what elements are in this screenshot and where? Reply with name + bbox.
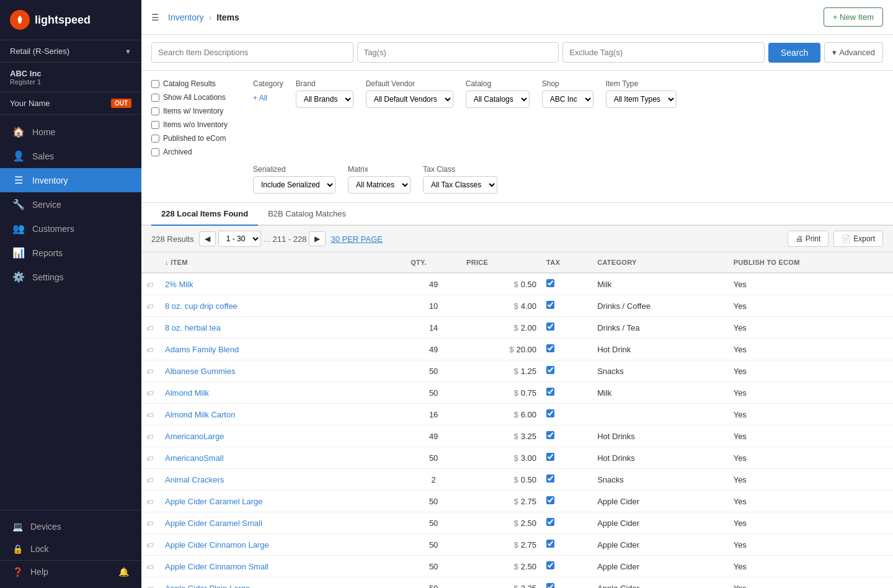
item-name-link[interactable]: 2% Milk xyxy=(165,280,193,289)
item-name-link[interactable]: Animal Crackers xyxy=(165,475,224,484)
tag-icon: 🏷 xyxy=(146,303,153,310)
item-tax[interactable] xyxy=(541,512,592,534)
sidebar-item-home[interactable]: 🏠 Home xyxy=(0,120,141,144)
price-value: 1.25 xyxy=(521,367,536,376)
item-name-link[interactable]: AmericanoLarge xyxy=(165,432,224,441)
brand-select[interactable]: All Brands xyxy=(296,91,353,108)
item-tax[interactable] xyxy=(541,273,592,295)
search-button[interactable]: Search xyxy=(768,43,820,63)
export-button[interactable]: 📄 Export xyxy=(833,231,883,247)
catalog-select[interactable]: All Catalogs xyxy=(466,91,530,108)
sidebar-item-inventory[interactable]: ☰ Inventory xyxy=(0,168,141,192)
logo-area[interactable]: lightspeed xyxy=(0,0,141,40)
item-tax[interactable] xyxy=(541,382,592,404)
item-tax[interactable] xyxy=(541,534,592,556)
item-tax[interactable] xyxy=(541,469,592,491)
item-name-link[interactable]: Almond Milk xyxy=(165,388,209,398)
tax-checkbox[interactable] xyxy=(546,453,554,461)
tax-checkbox[interactable] xyxy=(546,561,554,569)
item-tax[interactable] xyxy=(541,577,592,589)
items-without-inv-checkbox[interactable] xyxy=(151,121,159,129)
item-tax[interactable] xyxy=(541,360,592,382)
dollar-sign: $ xyxy=(513,367,518,376)
item-name-link[interactable]: Apple Cider Cinnamon Small xyxy=(165,562,269,571)
tax-checkbox[interactable] xyxy=(546,540,554,548)
item-tax[interactable] xyxy=(541,425,592,447)
sidebar-item-lock[interactable]: 🔒 Lock xyxy=(0,538,141,560)
page-range-select[interactable]: 1 - 30 xyxy=(218,231,261,247)
search-input[interactable] xyxy=(151,42,353,63)
tab-local-items[interactable]: 228 Local Items Found xyxy=(151,203,258,226)
sidebar-item-reports[interactable]: 📊 Reports xyxy=(0,241,141,265)
item-name-link[interactable]: Almond Milk Carton xyxy=(165,410,235,419)
add-category-button[interactable]: + All xyxy=(253,91,283,105)
checkbox-show-all-loc[interactable]: Show All Locations xyxy=(151,93,238,102)
dollar-sign: $ xyxy=(513,323,518,332)
item-name-link[interactable]: Apple Cider Plain Large xyxy=(165,584,250,589)
checkbox-archived[interactable]: Archived xyxy=(151,148,238,156)
tab-b2b-catalog[interactable]: B2B Catalog Matches xyxy=(258,203,356,226)
matrix-select[interactable]: All Matrices xyxy=(348,176,411,194)
sidebar-item-help[interactable]: ❓ Help 🔔 xyxy=(0,560,141,583)
tax-checkbox[interactable] xyxy=(546,279,554,287)
tax-checkbox[interactable] xyxy=(546,366,554,374)
prev-page-button[interactable]: ◀ xyxy=(199,231,216,246)
vendor-select[interactable]: All Default Vendors xyxy=(366,91,453,108)
tax-checkbox[interactable] xyxy=(546,344,554,352)
tax-checkbox[interactable] xyxy=(546,474,554,483)
checkbox-catalog-results[interactable]: Catalog Results xyxy=(151,79,238,88)
item-tax[interactable] xyxy=(541,447,592,469)
checkbox-items-with-inv[interactable]: Items w/ Inventory xyxy=(151,107,238,115)
print-button[interactable]: 🖨 Print xyxy=(788,231,829,247)
item-type-select[interactable]: All Item Types xyxy=(606,91,677,108)
item-name-link[interactable]: Apple Cider Caramel Large xyxy=(165,497,263,506)
tax-checkbox[interactable] xyxy=(546,301,554,309)
item-tax[interactable] xyxy=(541,339,592,360)
item-name-link[interactable]: Apple Cider Cinnamon Large xyxy=(165,540,269,550)
item-tax[interactable] xyxy=(541,404,592,425)
item-col-header[interactable]: ↓ ITEM xyxy=(160,252,406,273)
published-ecom-checkbox[interactable] xyxy=(151,135,159,143)
serialized-select[interactable]: Include Serialized xyxy=(253,176,335,194)
tax-checkbox[interactable] xyxy=(546,496,554,504)
exclude-tag-input[interactable] xyxy=(562,42,765,63)
sidebar-item-settings[interactable]: ⚙️ Settings xyxy=(0,265,141,289)
next-page-button[interactable]: ▶ xyxy=(309,231,326,246)
tax-checkbox[interactable] xyxy=(546,518,554,526)
tax-checkbox[interactable] xyxy=(546,388,554,396)
item-tax[interactable] xyxy=(541,491,592,512)
item-name-link[interactable]: 8 oz. herbal tea xyxy=(165,323,221,332)
advanced-button[interactable]: ▾ Advanced xyxy=(824,42,883,63)
checkbox-items-without-inv[interactable]: Items w/o Inventory xyxy=(151,120,238,129)
hamburger-icon[interactable]: ☰ xyxy=(151,12,159,22)
item-name-link[interactable]: Albanese Gummies xyxy=(165,367,235,376)
tax-checkbox[interactable] xyxy=(546,431,554,439)
tax-class-select[interactable]: All Tax Classes xyxy=(423,176,497,194)
tax-checkbox[interactable] xyxy=(546,323,554,331)
item-name-link[interactable]: 8 oz. cup drip coffee xyxy=(165,301,238,311)
shop-select[interactable]: ABC Inc xyxy=(542,91,593,108)
item-tax[interactable] xyxy=(541,556,592,577)
sidebar-item-sales[interactable]: 👤 Sales xyxy=(0,144,141,168)
item-name-link[interactable]: Adams Family Blend xyxy=(165,345,239,354)
item-name-link[interactable]: AmericanoSmall xyxy=(165,453,224,463)
sidebar-item-devices[interactable]: 💻 Devices xyxy=(0,515,141,538)
show-all-locations-checkbox[interactable] xyxy=(151,94,159,102)
checkbox-published-ecom[interactable]: Published to eCom xyxy=(151,134,238,143)
items-with-inv-checkbox[interactable] xyxy=(151,107,159,115)
catalog-results-checkbox[interactable] xyxy=(151,80,159,88)
breadcrumb-parent[interactable]: Inventory xyxy=(168,12,204,22)
tag-input[interactable] xyxy=(357,42,559,63)
new-item-button[interactable]: + New Item xyxy=(824,7,883,27)
tax-checkbox[interactable] xyxy=(546,583,554,588)
tax-checkbox[interactable] xyxy=(546,409,554,417)
item-name-link[interactable]: Apple Cider Caramel Small xyxy=(165,519,262,528)
sidebar-item-service[interactable]: 🔧 Service xyxy=(0,192,141,216)
item-tax[interactable] xyxy=(541,317,592,339)
sidebar-item-customers[interactable]: 👥 Customers xyxy=(0,216,141,241)
per-page-link[interactable]: 30 PER PAGE xyxy=(331,234,383,244)
archived-checkbox[interactable] xyxy=(151,148,159,156)
store-selector[interactable]: Retail (R-Series) ▼ xyxy=(0,40,141,63)
item-tax[interactable] xyxy=(541,295,592,317)
user-name[interactable]: Your Name xyxy=(10,99,50,108)
